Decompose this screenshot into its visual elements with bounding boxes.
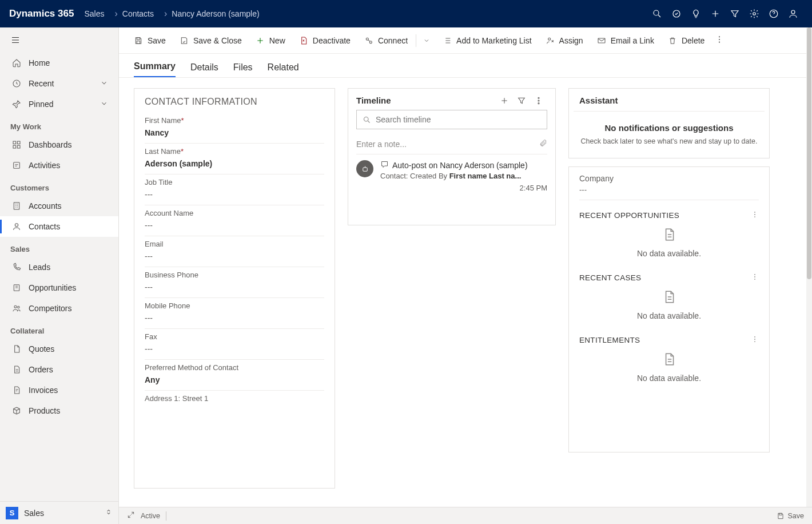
filter-icon[interactable] [725,4,745,23]
sidebar-item-label: Invoices [29,386,58,395]
contact-field[interactable]: First Name*Nancy [134,113,335,144]
svg-rect-8 [13,145,16,148]
task-icon[interactable] [667,4,686,23]
help-icon[interactable] [764,4,783,23]
contact-field[interactable]: Email--- [134,236,335,267]
plus-icon[interactable] [706,4,725,23]
sidebar-item-contacts[interactable]: Contacts [0,216,118,237]
breadcrumb-0[interactable]: Sales [84,9,104,18]
sidebar-item-recent[interactable]: Recent [0,73,118,94]
new-button[interactable]: New [249,27,292,53]
plus-icon [256,36,265,45]
card-title: CONTACT INFORMATION [134,89,335,113]
cmd-label: Delete [682,36,704,45]
document-icon [10,365,23,374]
sidebar-section-collateral: Collateral [0,319,118,339]
hamburger-button[interactable] [0,27,118,53]
sidebar-item-products[interactable]: Products [0,400,118,421]
sidebar-item-label: Orders [29,365,53,374]
sidebar-item-orders[interactable]: Orders [0,359,118,380]
expand-icon[interactable] [127,511,135,521]
field-value[interactable]: --- [145,252,324,267]
timeline-item[interactable]: Auto-post on Nancy Aderson (sample) Cont… [356,160,547,192]
sidebar-item-pinned[interactable]: Pinned [0,94,118,114]
sidebar-item-leads[interactable]: Leads [0,257,118,277]
footer-save-label: Save [788,512,805,520]
svg-rect-9 [17,145,20,148]
field-value[interactable]: Aderson (sample) [145,159,324,174]
sidebar-item-accounts[interactable]: Accounts [0,196,118,216]
contact-field[interactable]: Address 1: Street 1 [134,391,335,406]
filter-icon[interactable] [513,96,530,105]
field-value[interactable]: --- [145,313,324,329]
area-badge: S [6,507,18,519]
company-value[interactable]: --- [579,185,759,200]
contact-field[interactable]: Preferred Method of ContactAny [134,360,335,391]
person-icon[interactable] [783,4,803,23]
search-icon[interactable] [647,4,667,23]
svg-point-12 [15,224,18,227]
contact-field[interactable]: Business Phone--- [134,267,335,298]
timeline-item-title: Auto-post on Nancy Aderson (sample) [392,161,528,170]
add-icon[interactable] [496,96,513,105]
field-label: Email [145,240,324,252]
field-value[interactable]: --- [145,190,324,205]
svg-rect-29 [363,168,367,171]
delete-button[interactable]: Delete [661,27,711,53]
connect-split-dropdown[interactable] [417,27,436,53]
person-icon [10,222,23,231]
more-icon[interactable] [751,273,759,283]
connect-button[interactable]: Connect [357,27,415,53]
clock-icon [10,79,23,88]
home-icon [10,58,23,68]
deactivate-button[interactable]: Deactivate [292,27,357,53]
more-icon[interactable] [530,96,547,105]
field-value[interactable]: Any [145,375,324,391]
lightbulb-icon[interactable] [686,4,706,23]
tab-details[interactable]: Details [190,62,218,77]
tab-summary[interactable]: Summary [134,61,176,77]
contact-field[interactable]: Account Name--- [134,205,335,236]
sidebar-item-label: Leads [29,263,50,272]
contact-field[interactable]: Mobile Phone--- [134,298,335,329]
more-icon[interactable] [751,335,759,345]
footer-save-button[interactable]: Save [777,512,805,520]
tab-related[interactable]: Related [268,62,299,77]
svg-point-4 [791,10,795,14]
contact-field[interactable]: Job Title--- [134,174,335,205]
more-commands-button[interactable] [715,35,724,46]
timeline-note-input[interactable]: Enter a note... [356,134,547,154]
field-value[interactable]: Nancy [145,128,324,144]
assign-button[interactable]: Assign [539,27,590,53]
attach-icon[interactable] [539,139,547,149]
tab-files[interactable]: Files [233,62,253,77]
sidebar-item-quotes[interactable]: Quotes [0,339,118,359]
sidebar-item-opportunities[interactable]: Opportunities [0,277,118,298]
sidebar-item-home[interactable]: Home [0,53,118,73]
sidebar-item-activities[interactable]: Activities [0,155,118,176]
gear-icon[interactable] [745,4,764,23]
sidebar-item-dashboards[interactable]: Dashboards [0,134,118,155]
field-value[interactable]: --- [145,221,324,236]
sidebar-item-competitors[interactable]: Competitors [0,298,118,319]
save-close-button[interactable]: Save & Close [173,27,249,53]
timeline-search-input[interactable] [376,115,541,124]
more-icon[interactable] [751,211,759,220]
contact-field[interactable]: Fax--- [134,329,335,360]
chevron-right-icon: › [114,9,117,19]
field-value[interactable]: --- [145,283,324,298]
breadcrumb-2[interactable]: Nancy Aderson (sample) [172,9,259,18]
field-value[interactable]: --- [145,344,324,360]
save-button[interactable]: Save [127,27,173,53]
breadcrumb-1[interactable]: Contacts [122,9,154,18]
cmd-label: Email a Link [611,36,654,45]
sidebar-item-invoices[interactable]: Invoices [0,380,118,400]
scrollbar[interactable] [806,27,812,507]
field-label: Preferred Method of Contact [145,363,324,375]
contact-field[interactable]: Last Name*Aderson (sample) [134,144,335,174]
email-link-button[interactable]: Email a Link [590,27,661,53]
add-marketing-button[interactable]: Add to Marketing List [436,27,539,53]
area-switcher[interactable]: S Sales [0,501,118,524]
timeline-search[interactable] [356,110,547,129]
svg-point-24 [719,41,720,42]
